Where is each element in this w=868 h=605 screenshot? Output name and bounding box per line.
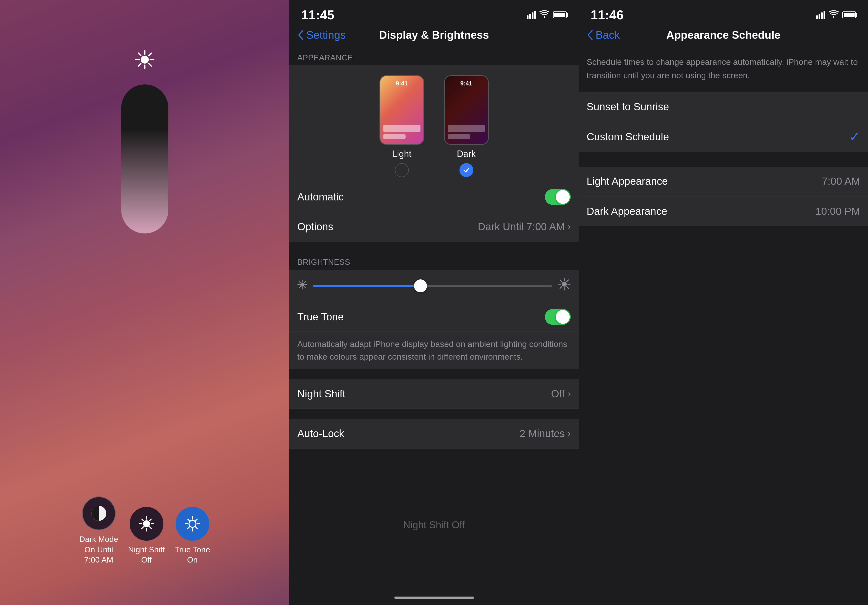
true-tone-description: Automatically adapt iPhone display based… [289,332,579,369]
svg-line-6 [149,64,151,66]
svg-line-5 [138,53,141,56]
night-shift-off-label: Night Shift Off [403,519,465,530]
automatic-label: Automatic [297,191,344,203]
options-label: Options [297,221,333,233]
page-title-display: Display & Brightness [379,29,489,41]
svg-line-34 [304,286,305,288]
dark-appearance-option[interactable]: 9:41 Dark [444,75,489,177]
nav-bar-display: Settings Display & Brightness [289,25,579,47]
brightness-slider-row[interactable] [289,270,579,302]
status-time-schedule: 11:46 [591,8,624,22]
dark-mode-label: Dark Mode On Until 7:00 AM [79,534,118,565]
night-shift-label: Night Shift Off [128,544,165,565]
battery-icon-schedule [842,11,856,19]
true-tone-label: True Tone On [175,544,210,565]
appearance-schedule-panel: 11:46 [579,0,868,605]
dark-phone-preview: 9:41 [444,75,489,145]
night-shift-button[interactable]: Night Shift Off [128,507,165,565]
light-appearance-option[interactable]: 9:41 Light [380,75,424,177]
true-tone-toggle[interactable] [545,309,571,325]
svg-line-33 [299,281,301,283]
options-value: Dark Until 7:00 AM › [478,221,571,233]
dark-appearance-row[interactable]: Dark Appearance 10:00 PM [579,197,868,226]
control-center-panel: Dark Mode On Until 7:00 AM [0,0,289,605]
back-button-schedule[interactable]: Back [587,29,620,41]
schedule-description: Schedule times to change appearance auto… [579,47,868,90]
dark-radio[interactable] [459,163,473,177]
time-options-section: Light Appearance 7:00 AM Dark Appearance… [579,167,868,226]
brightness-slider[interactable] [313,285,552,287]
svg-line-43 [567,287,569,289]
signal-bar-4 [534,11,536,19]
svg-line-8 [138,64,141,66]
control-center-buttons: Dark Mode On Until 7:00 AM [79,496,210,565]
signal-bars-schedule [816,11,825,19]
signal-bar-1 [527,16,529,19]
status-icons-schedule [816,10,856,20]
status-bar-schedule: 11:46 [579,0,868,25]
dark-appearance-label: Dark Appearance [587,205,667,217]
brightness-section: True Tone Automatically adapt iPhone dis… [289,270,579,369]
sun-icon [135,50,155,71]
dark-mode-button[interactable]: Dark Mode On Until 7:00 AM [79,496,118,565]
custom-schedule-row[interactable]: Custom Schedule ✓ [579,122,868,152]
sunset-to-sunrise-row[interactable]: Sunset to Sunrise [579,92,868,122]
options-row[interactable]: Options Dark Until 7:00 AM › [289,212,579,242]
svg-point-0 [141,56,149,64]
auto-lock-label: Auto-Lock [297,428,344,440]
divider-3 [289,409,579,419]
appearance-section: 9:41 Light 9:41 [289,65,579,242]
svg-line-35 [304,281,305,283]
automatic-toggle[interactable] [545,189,571,205]
appearance-section-header: APPEARANCE [289,47,579,65]
custom-schedule-label: Custom Schedule [587,131,669,143]
status-icons [527,10,567,20]
true-tone-label: True Tone [297,311,344,323]
wifi-icon-schedule [829,10,839,20]
svg-point-37 [562,282,567,287]
back-button-settings[interactable]: Settings [297,29,346,41]
custom-schedule-checkmark: ✓ [849,129,860,144]
wifi-icon [539,10,549,20]
status-bar: 11:45 [289,0,579,25]
home-indicator [394,597,474,599]
true-tone-row[interactable]: True Tone [289,302,579,332]
night-shift-value: Off › [551,388,571,400]
signal-bar-2 [529,14,531,19]
signal-bars [527,11,536,19]
back-label-schedule: Back [595,29,620,41]
light-radio[interactable] [395,163,409,177]
nav-bar-schedule: Back Appearance Schedule [579,25,868,47]
light-appearance-label: Light Appearance [587,175,668,187]
brightness-vertical-slider[interactable] [121,84,168,233]
dark-appearance-time: 10:00 PM [815,205,860,217]
night-shift-off-note: Night Shift Off [8,519,860,531]
brightness-max-icon [558,278,571,294]
light-appearance-time: 7:00 AM [822,175,860,187]
light-appearance-row[interactable]: Light Appearance 7:00 AM [579,167,868,197]
true-tone-button[interactable]: True Tone On [175,507,210,565]
divider-2 [289,369,579,379]
svg-line-42 [560,280,562,282]
battery-icon [553,11,567,19]
display-brightness-panel: 11:45 [289,0,579,605]
automatic-row[interactable]: Automatic [289,182,579,212]
schedule-options-section: Sunset to Sunrise Custom Schedule ✓ [579,92,868,152]
sunset-label: Sunset to Sunrise [587,101,669,113]
svg-line-45 [560,287,562,289]
dark-label: Dark [457,149,476,159]
auto-lock-row[interactable]: Auto-Lock 2 Minutes › [289,419,579,448]
auto-lock-value: 2 Minutes › [519,428,571,440]
divider-1 [289,242,579,251]
svg-line-36 [299,286,301,288]
brightness-section-header: BRIGHTNESS [289,251,579,270]
appearance-options: 9:41 Light 9:41 [289,65,579,182]
svg-line-7 [149,53,151,56]
back-label-settings: Settings [306,29,346,41]
status-time: 11:45 [301,8,334,22]
signal-bar-3 [532,12,533,19]
svg-line-44 [567,280,569,282]
light-phone-preview: 9:41 [380,75,424,145]
light-label: Light [392,149,411,159]
night-shift-row[interactable]: Night Shift Off › [289,379,579,409]
